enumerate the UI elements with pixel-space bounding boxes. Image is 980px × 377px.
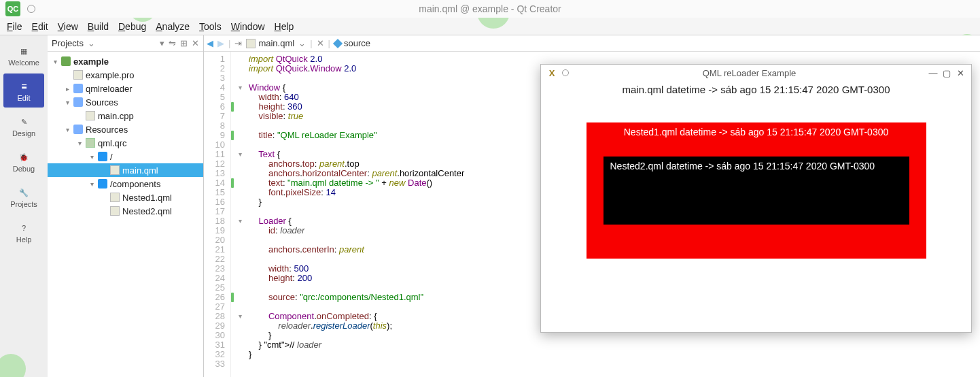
menu-analyze[interactable]: Analyze — [156, 21, 190, 32]
window-control[interactable] — [27, 5, 35, 13]
qrc-icon — [86, 138, 95, 148]
nested2-text: Nested2.qml datetime -> sáb ago 15 21:15… — [610, 161, 875, 171]
qml-file-icon — [246, 39, 256, 48]
menu-help[interactable]: Help — [275, 21, 294, 32]
code-content[interactable]: import QtQuick 2.0import QtQuick.Window … — [245, 52, 464, 377]
proj-icon — [61, 56, 71, 66]
locate-icon[interactable]: ⇥ — [234, 38, 242, 48]
folder-icon — [98, 179, 107, 188]
hdr-icon — [73, 125, 83, 134]
preview-title: QML reLoader Example — [572, 68, 926, 78]
tree-item[interactable]: ▸qmlreloader — [48, 82, 203, 95]
menu-view[interactable]: View — [58, 21, 78, 32]
tree-item[interactable]: ▾qml.qrc — [48, 136, 203, 150]
preview-app-icon: X — [546, 67, 557, 78]
window-title: main.qml @ example - Qt Creator — [419, 3, 561, 14]
menu-build[interactable]: Build — [88, 21, 109, 32]
preview-window-control[interactable] — [560, 67, 571, 78]
diamond-icon — [333, 38, 343, 48]
cpp-icon — [73, 70, 83, 80]
cpp-icon — [86, 111, 95, 120]
hdr-icon — [73, 84, 83, 93]
sidebar-header: Projects ⌄ ▾ ⇋ ⊞ ✕ — [48, 35, 203, 52]
project-tree[interactable]: ▾exampleexample.pro▸qmlreloader▾Sourcesm… — [48, 52, 203, 377]
mode-welcome[interactable]: ▦Welcome — [3, 38, 44, 72]
welcome-icon: ▦ — [16, 44, 31, 59]
preview-main-text: main.qml datetime -> sáb ago 15 21:15:47… — [623, 84, 890, 95]
window-titlebar: QC main.qml @ example - Qt Creator — [0, 0, 980, 18]
mode-projects[interactable]: 🔧Projects — [3, 180, 44, 214]
qml-preview-window[interactable]: X QML reLoader Example ― ▢ ✕ main.qml da… — [540, 64, 972, 333]
nav-forward-icon[interactable]: ▶ — [217, 38, 224, 48]
line-gutter: 1234567891011121314151617181920212223242… — [204, 52, 231, 377]
close-icon[interactable]: ✕ — [955, 67, 966, 78]
tree-item[interactable]: Nested2.qml — [48, 204, 203, 218]
qml-icon — [110, 206, 120, 216]
menu-tools[interactable]: Tools — [199, 21, 222, 32]
mode-debug[interactable]: 🐞Debug — [3, 144, 44, 178]
file-dropdown-icon[interactable]: ⌄ — [298, 38, 306, 48]
tree-item[interactable]: ▾Sources — [48, 95, 203, 109]
edit-icon: ≣ — [16, 79, 31, 94]
add-pane-icon[interactable]: ⊞ — [180, 38, 188, 48]
editor-toolbar: ◀ ▶ | ⇥ main.qml ⌄ | ✕ | source — [204, 35, 980, 52]
menu-file[interactable]: File — [7, 21, 22, 32]
preview-titlebar[interactable]: X QML reLoader Example ― ▢ ✕ — [541, 65, 971, 81]
dropdown-icon[interactable]: ⌄ — [88, 38, 95, 48]
minimize-icon[interactable]: ― — [928, 67, 939, 78]
sidebar-title[interactable]: Projects — [52, 38, 84, 48]
symbol-crumb[interactable]: source — [334, 38, 370, 48]
menu-window[interactable]: Window — [231, 21, 265, 32]
close-file-icon[interactable]: ✕ — [317, 38, 324, 48]
nav-back-icon[interactable]: ◀ — [207, 38, 213, 48]
mode-sidebar: ▦Welcome≣Edit✎Design🐞Debug🔧Projects?Help — [0, 35, 48, 377]
app-icon: QC — [5, 1, 20, 16]
maximize-icon[interactable]: ▢ — [941, 67, 952, 78]
tree-item[interactable]: ▾example — [48, 54, 203, 68]
preview-body: main.qml datetime -> sáb ago 15 21:15:47… — [541, 81, 971, 332]
nested1-text: Nested1.qml datetime -> sáb ago 15 21:15… — [624, 127, 889, 137]
debug-icon: 🐞 — [16, 150, 31, 165]
folder-icon — [98, 152, 107, 161]
tree-item[interactable]: ▾/ — [48, 150, 203, 163]
file-crumb[interactable]: main.qml — [246, 38, 294, 48]
mode-edit[interactable]: ≣Edit — [3, 73, 44, 108]
qml-icon — [110, 193, 120, 202]
design-icon: ✎ — [16, 114, 31, 129]
help-icon: ? — [16, 220, 31, 235]
menu-debug[interactable]: Debug — [118, 21, 146, 32]
hdr-icon — [73, 97, 83, 107]
link-icon[interactable]: ⇋ — [169, 38, 176, 48]
menu-edit[interactable]: Edit — [32, 21, 48, 32]
symbol-name: source — [344, 38, 370, 48]
fold-column[interactable]: ▾▾▾▾ — [235, 52, 245, 377]
projects-icon: 🔧 — [16, 185, 31, 200]
tree-item[interactable]: example.pro — [48, 68, 203, 82]
qml-icon — [110, 165, 120, 175]
mode-help[interactable]: ?Help — [3, 215, 44, 249]
editor-filename: main.qml — [258, 38, 294, 48]
tree-item[interactable]: ▾Resources — [48, 122, 203, 136]
mode-design[interactable]: ✎Design — [3, 109, 44, 143]
project-sidebar: Projects ⌄ ▾ ⇋ ⊞ ✕ ▾exampleexample.pro▸q… — [48, 35, 204, 377]
nested2-rect: Nested2.qml datetime -> sáb ago 15 21:15… — [603, 157, 909, 225]
filter-icon[interactable]: ▾ — [160, 38, 164, 48]
nested1-rect: Nested1.qml datetime -> sáb ago 15 21:15… — [587, 122, 926, 259]
tree-item[interactable]: ▾/components — [48, 177, 203, 191]
close-pane-icon[interactable]: ✕ — [192, 38, 199, 48]
tree-item[interactable]: main.cpp — [48, 109, 203, 122]
tree-item[interactable]: Nested1.qml — [48, 191, 203, 204]
tree-item[interactable]: main.qml — [48, 163, 203, 177]
